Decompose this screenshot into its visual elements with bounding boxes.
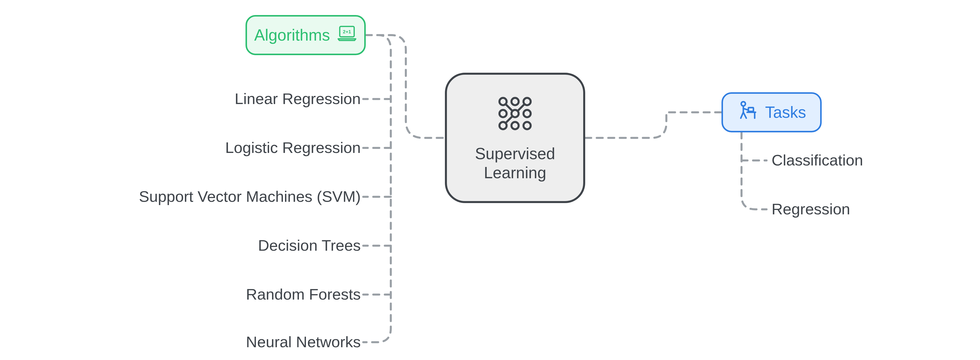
diagram-canvas: SupervisedLearning Algorithms 2+1 xyxy=(0,0,980,360)
svg-line-10 xyxy=(517,104,525,111)
algorithms-node: Algorithms 2+1 xyxy=(245,15,366,55)
person-desk-icon xyxy=(737,100,758,125)
algorithm-item-svm: Support Vector Machines (SVM) xyxy=(139,188,361,205)
svg-point-8 xyxy=(523,122,531,129)
algorithm-item-random-forests: Random Forests xyxy=(246,285,361,303)
algorithm-item-decision-trees: Decision Trees xyxy=(258,236,361,254)
svg-point-14 xyxy=(741,102,746,106)
tasks-title: Tasks xyxy=(765,103,806,122)
task-item-regression: Regression xyxy=(772,200,850,218)
laptop-math-icon: 2+1 xyxy=(337,25,357,46)
algorithm-item-neural-networks: Neural Networks xyxy=(246,333,361,351)
svg-point-1 xyxy=(512,98,519,105)
svg-point-5 xyxy=(523,110,531,117)
svg-line-9 xyxy=(506,104,513,111)
svg-line-11 xyxy=(506,116,513,123)
svg-point-7 xyxy=(512,122,519,129)
task-item-classification: Classification xyxy=(772,151,863,169)
center-node-label: SupervisedLearning xyxy=(475,144,555,182)
tasks-node: Tasks xyxy=(721,92,822,132)
svg-text:2+1: 2+1 xyxy=(343,29,351,34)
svg-rect-15 xyxy=(749,108,754,111)
center-node-supervised-learning: SupervisedLearning xyxy=(445,73,585,203)
svg-point-3 xyxy=(500,110,507,117)
algorithms-title: Algorithms xyxy=(254,26,330,45)
algorithm-item-logistic-regression: Logistic Regression xyxy=(225,139,361,156)
algorithm-item-linear-regression: Linear Regression xyxy=(235,90,361,108)
network-icon xyxy=(495,94,535,137)
